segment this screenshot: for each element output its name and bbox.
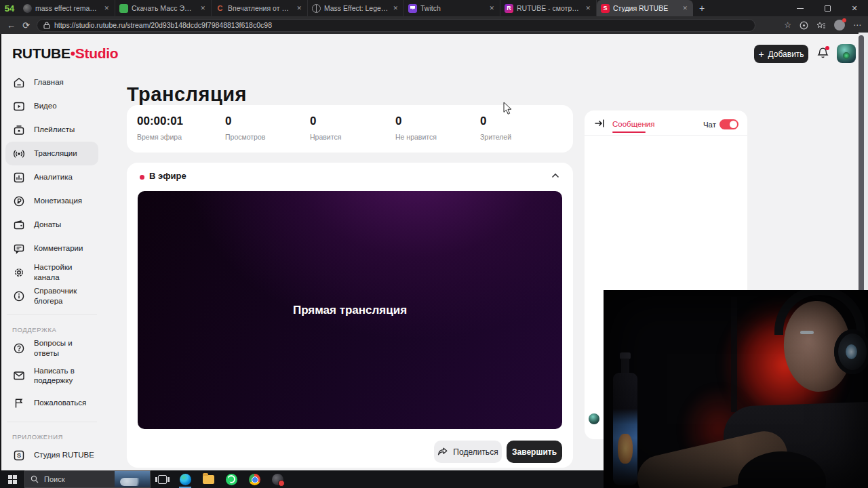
- taskbar-search[interactable]: Поиск: [24, 470, 151, 488]
- chat-toggle-label: Чат: [703, 121, 716, 129]
- collapse-panel-icon[interactable]: [594, 119, 605, 128]
- stat-value: 0: [480, 115, 486, 128]
- url-field[interactable]: https://studio.rutube.ru/stream/20d93b14…: [37, 19, 755, 32]
- sidebar-item-label: Донаты: [34, 220, 61, 229]
- back-button[interactable]: ←: [7, 21, 16, 30]
- webcam-overlay: [604, 290, 868, 488]
- share-button[interactable]: Поделиться: [434, 441, 502, 463]
- sidebar-item-video[interactable]: Видео: [5, 94, 98, 118]
- new-tab-button[interactable]: +: [693, 0, 711, 16]
- stat-value: 0: [225, 115, 231, 128]
- live-stream-card: В эфире Прямая трансляция Поделиться Зав…: [127, 163, 573, 468]
- windows-logo-icon: [8, 475, 17, 484]
- sidebar-item-studio-app[interactable]: S Студия RUTUBE: [5, 443, 98, 467]
- plus-icon: +: [758, 49, 764, 59]
- page-title: Трансляция: [127, 83, 247, 106]
- globe-favicon-icon: [312, 4, 321, 13]
- share-button-label: Поделиться: [453, 447, 498, 457]
- tab-messages[interactable]: Сообщения: [612, 120, 654, 128]
- favorites-icon[interactable]: [816, 21, 826, 30]
- tab-close-icon[interactable]: ✕: [681, 5, 689, 12]
- stat-label: Не нравится: [395, 133, 437, 141]
- search-placeholder: Поиск: [44, 475, 64, 483]
- sidebar-item-faq[interactable]: Вопросы и ответы: [5, 336, 98, 360]
- sidebar-item-channel-settings[interactable]: Настройки канала: [5, 260, 98, 284]
- sidebar-item-comments[interactable]: Комментарии: [5, 237, 98, 260]
- stream-preview[interactable]: Прямая трансляция: [138, 191, 562, 429]
- search-icon: [31, 475, 39, 483]
- task-view-button[interactable]: [151, 470, 174, 488]
- share-icon: [437, 447, 448, 456]
- browser-tab-search[interactable]: mass effect remastered - Поиск в ✕: [19, 0, 115, 16]
- logo-suffix: Studio: [75, 45, 119, 61]
- tab-close-icon[interactable]: ✕: [102, 5, 111, 12]
- refresh-button[interactable]: ⟳: [22, 21, 30, 30]
- sidebar-item-blogger-guide[interactable]: Справочник блогера: [5, 284, 98, 308]
- tab-title: Mass Effect: Legendary Edition/И: [324, 4, 388, 12]
- stat-label: Просмотров: [225, 133, 265, 141]
- sidebar-item-label: Плейлисты: [34, 125, 75, 134]
- flag-icon: [12, 396, 26, 410]
- profile-avatar[interactable]: [834, 20, 845, 30]
- browser-tab-wiki[interactable]: Mass Effect: Legendary Edition/И ✕: [308, 0, 404, 16]
- playlist-icon: [12, 123, 26, 137]
- studio-app-icon: S: [12, 449, 26, 462]
- sidebar-item-contact-support[interactable]: Написать в поддержку: [5, 360, 98, 391]
- recorder-button[interactable]: [266, 470, 289, 488]
- search-favicon-icon: [23, 4, 32, 13]
- rutube-studio-logo[interactable]: RUTUBE•Studio: [12, 45, 118, 62]
- sidebar-item-report[interactable]: Пожаловаться: [5, 391, 98, 415]
- notifications-button[interactable]: [817, 47, 829, 62]
- browser-tab-review[interactable]: C Впечатления от ремастера Mas ✕: [212, 0, 308, 16]
- minimize-icon: [797, 8, 804, 9]
- bookmark-star-icon[interactable]: ☆: [784, 20, 791, 30]
- add-button[interactable]: + Добавить: [754, 45, 808, 63]
- close-button[interactable]: ✕: [841, 0, 868, 16]
- sidebar-item-home[interactable]: Главная: [5, 70, 98, 94]
- ruble-icon: [12, 195, 26, 208]
- notification-dot: [825, 46, 829, 50]
- user-avatar[interactable]: [837, 44, 856, 63]
- sidebar-item-donations[interactable]: Донаты: [5, 213, 98, 237]
- tab-close-icon[interactable]: ✕: [199, 5, 207, 12]
- extensions-icon[interactable]: [800, 21, 808, 30]
- tab-close-icon[interactable]: ✕: [391, 5, 399, 12]
- edge-icon: [180, 474, 191, 485]
- twitch-favicon-icon: [408, 4, 417, 13]
- browser-tab-download[interactable]: Скачать Масс Эффект (Legendar ✕: [115, 0, 212, 16]
- finish-button[interactable]: Завершить: [507, 441, 562, 463]
- browser-tab-rutube[interactable]: R RUTUBE - смотреть видео онлай ✕: [500, 0, 597, 16]
- chrome-button[interactable]: [243, 470, 266, 488]
- browser-tab-twitch[interactable]: Twitch ✕: [404, 0, 500, 16]
- home-icon: [12, 76, 26, 89]
- sidebar-item-playlists[interactable]: Плейлисты: [5, 118, 98, 142]
- minimize-button[interactable]: [787, 0, 814, 16]
- chevron-up-icon[interactable]: [551, 173, 559, 178]
- tab-title: Впечатления от ремастера Mas: [228, 4, 292, 12]
- task-view-icon: [158, 475, 167, 484]
- sidebar-item-label: Видео: [34, 101, 57, 110]
- edge-taskbar-button[interactable]: [174, 470, 197, 488]
- sidebar-item-monetization[interactable]: Монетизация: [5, 189, 98, 213]
- chat-message-avatar: [589, 413, 599, 424]
- stat-label: Время эфира: [137, 133, 182, 141]
- tab-close-icon[interactable]: ✕: [488, 5, 496, 12]
- weather-widget[interactable]: [115, 471, 150, 487]
- stream-preview-label: Прямая трансляция: [293, 304, 407, 317]
- browser-menu-icon[interactable]: ⋯: [853, 20, 861, 30]
- chat-toggle[interactable]: [719, 119, 738, 129]
- browser-tab-studio-active[interactable]: S Студия RUTUBE ✕: [597, 0, 693, 16]
- tab-title: RUTUBE - смотреть видео онлай: [517, 4, 580, 12]
- whatsapp-button[interactable]: [220, 470, 243, 488]
- gear-icon: [12, 266, 26, 279]
- tab-close-icon[interactable]: ✕: [295, 5, 303, 12]
- tab-close-icon[interactable]: ✕: [584, 5, 592, 12]
- sidebar-item-analytics[interactable]: Аналитика: [5, 165, 98, 189]
- sidebar-item-label: Написать в поддержку: [34, 366, 94, 386]
- sidebar-item-broadcasts-active[interactable]: Трансляции: [5, 142, 98, 165]
- maximize-button[interactable]: [814, 0, 841, 16]
- file-explorer-button[interactable]: [197, 470, 220, 488]
- window-controls: ✕: [787, 0, 868, 16]
- sidebar-item-label: Главная: [34, 77, 64, 87]
- start-button[interactable]: [0, 470, 24, 488]
